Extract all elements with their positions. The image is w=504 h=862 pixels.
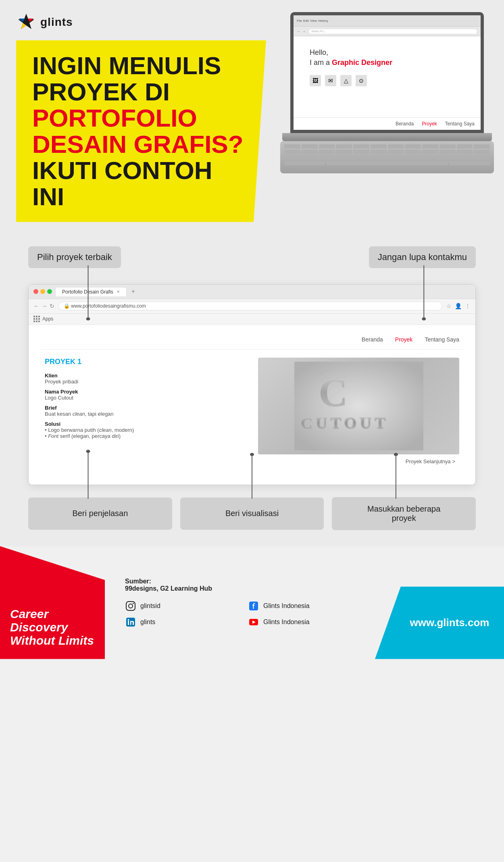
field-solusi-value1: • Logo berwarna putih (clean, modern) [45, 427, 246, 433]
source-label: Sumber: [125, 578, 151, 585]
field-client-label: Klien [45, 373, 246, 379]
annotation-top-left: Pilih proyek terbaik [28, 246, 121, 268]
hero-line4: IKUTI CONTOH INI [32, 156, 212, 210]
footer-section: Career Discovery Without Limits Sumber: … [0, 546, 504, 659]
middle-section: Pilih proyek terbaik Jangan lupa kontakm… [0, 230, 504, 546]
blue-corner: www.glints.com [375, 587, 504, 659]
browser-address-input[interactable]: 🔒 www.portofoliodesaingrafismu.com [58, 302, 442, 310]
field-solusi: Solusi • Logo berwarna putih (clean, mod… [45, 421, 246, 439]
field-projectname-label: Nama Proyek [45, 389, 246, 395]
social-instagram[interactable]: glintsid [125, 600, 232, 612]
laptop-icon-3: △ [340, 75, 352, 86]
field-solusi-label: Solusi [45, 421, 246, 427]
project-title: PROYEK 1 [45, 358, 246, 366]
svg-marker-0 [18, 14, 34, 29]
new-tab-button[interactable]: + [131, 288, 135, 295]
field-client: Klien Proyek pribadi [45, 373, 246, 385]
browser-tab[interactable]: Portofolio Desain Grafis ✕ [55, 287, 127, 296]
youtube-name: Glints Indonesia [263, 618, 310, 626]
social-youtube[interactable]: Glints Indonesia [248, 616, 355, 628]
laptop-nav-tentang: Tentang Saya [445, 121, 475, 127]
top-section: glints INGIN MENULIS PROYEK DI PORTOFOLI… [0, 0, 504, 230]
portfolio-image: C C CUTOUT CUTOUT CUTOUT [258, 358, 459, 454]
svg-rect-4 [294, 362, 423, 450]
portfolio-right: C C CUTOUT CUTOUT CUTOUT Proyek Selanjut… [258, 358, 459, 468]
svg-text:C: C [319, 370, 348, 415]
instagram-icon [125, 600, 136, 612]
browser-titlebar: Portofolio Desain Grafis ✕ + [29, 285, 475, 299]
field-client-value: Proyek pribadi [45, 379, 246, 385]
star-bookmark-button[interactable]: ☆ [446, 303, 452, 309]
laptop-keyboard [280, 141, 494, 173]
svg-rect-25 [128, 621, 129, 625]
browser-nav-tentang[interactable]: Tentang Saya [425, 336, 459, 343]
reload-button[interactable]: ↻ [50, 303, 54, 309]
svg-point-26 [128, 619, 129, 620]
svg-text:CUTOUT: CUTOUT [301, 414, 389, 433]
brand-name: glints [40, 16, 73, 29]
browser-mockup: Portofolio Desain Grafis ✕ + ← → ↻ 🔒 www… [28, 284, 476, 485]
svg-point-21 [129, 604, 133, 608]
source-line: Sumber: 99designs, G2 Learning Hub [125, 578, 355, 592]
laptop-icons: 🖼 ✉ △ ⊙ [310, 75, 464, 86]
laptop-icon-4: ⊙ [356, 75, 367, 86]
svg-point-22 [133, 603, 134, 604]
browser-nav-beranda[interactable]: Beranda [362, 336, 383, 343]
hero-headline: INGIN MENULIS PROYEK DI PORTOFOLIO DESAI… [32, 52, 250, 210]
laptop-addressbar: ← → Skills Po... [294, 27, 481, 36]
browser-bookmarks-bar: Apps [29, 314, 475, 325]
linkedin-handle: glints [140, 618, 155, 626]
website-url[interactable]: www.glints.com [410, 616, 489, 629]
laptop-iam-prefix: I am a [310, 58, 332, 67]
field-project-name: Nama Proyek Logo Cutout [45, 389, 246, 401]
facebook-name: Glints Indonesia [263, 602, 310, 610]
field-projectname-value: Logo Cutout [45, 395, 246, 401]
social-grid: glintsid Glints Indonesia [125, 600, 355, 628]
social-linkedin[interactable]: glints [125, 616, 232, 628]
field-brief-value: Buat kesan clean, tapi elegan [45, 411, 246, 417]
menu-button[interactable]: ⋮ [465, 303, 471, 309]
laptop-menu: FileEditViewHistory [297, 19, 328, 23]
red-corner: Career Discovery Without Limits [0, 546, 105, 659]
annotation-bottom-3: Masukkan beberapa proyek [332, 497, 476, 530]
connector-wrapper: Pilih proyek terbaik Jangan lupa kontakm… [20, 246, 484, 530]
svg-rect-20 [126, 602, 135, 610]
browser-addressbar-row: ← → ↻ 🔒 www.portofoliodesaingrafismu.com… [29, 299, 475, 314]
instagram-handle: glintsid [140, 602, 160, 610]
glints-star-icon [16, 12, 36, 32]
account-button[interactable]: 👤 [455, 303, 462, 309]
cutout-logo-svg: C C CUTOUT CUTOUT CUTOUT [294, 362, 423, 450]
hero-line1: INGIN MENULIS [32, 52, 221, 79]
apps-grid-icon [33, 316, 40, 322]
forward-button[interactable]: → [42, 303, 47, 309]
annotation-bottom-1: Beri penjelasan [28, 498, 172, 530]
hero-line3: DESAIN GRAFIS? [32, 130, 244, 158]
portfolio-layout: PROYEK 1 Klien Proyek pribadi Nama Proye… [41, 350, 463, 477]
laptop-screen: FileEditViewHistory ← → Skills Po... Hel… [290, 12, 484, 133]
browser-tab-label: Portofolio Desain Grafis [62, 289, 113, 295]
bottom-annotations: Beri penjelasan Beri visualisasi Masukka… [20, 497, 484, 530]
dot-minimize [40, 289, 45, 294]
career-tagline: Career Discovery Without Limits [10, 607, 95, 647]
next-project-link[interactable]: Proyek Selanjutnya > [258, 454, 459, 468]
source-value: 99designs, G2 Learning Hub [125, 585, 212, 592]
facebook-icon [248, 600, 259, 612]
laptop-content: Hello, I am a Graphic Designer 🖼 ✉ △ ⊙ [294, 36, 481, 117]
browser-nav-buttons: ← → ↻ [33, 303, 54, 309]
linkedin-icon [125, 616, 136, 628]
browser-nav-proyek[interactable]: Proyek [395, 336, 413, 343]
social-facebook[interactable]: Glints Indonesia [248, 600, 355, 612]
bookmarks-apps-label: Apps [42, 316, 53, 322]
laptop-nav: Beranda Proyek Tentang Saya [294, 117, 481, 130]
browser-url: 🔒 [64, 303, 71, 309]
laptop-iam: I am a Graphic Designer [310, 58, 464, 67]
tab-close-icon[interactable]: ✕ [117, 289, 120, 294]
laptop-nav-proyek: Proyek [422, 121, 437, 127]
dot-maximize [47, 289, 52, 294]
back-button[interactable]: ← [33, 303, 39, 309]
laptop-base [282, 133, 492, 141]
field-brief-label: Brief [45, 405, 246, 411]
hero-banner: INGIN MENULIS PROYEK DI PORTOFOLIO DESAI… [16, 40, 266, 222]
laptop-icon-2: ✉ [325, 75, 336, 86]
hero-line2-black: PROYEK DI [32, 78, 170, 106]
